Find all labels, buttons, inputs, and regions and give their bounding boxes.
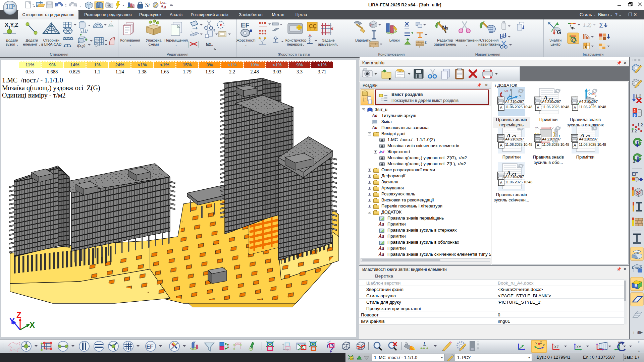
svg-text:Aa: Aa [160,4,166,9]
svg-text:L: L [423,341,426,347]
svg-text:A4 210x297: A4 210x297 [542,137,561,141]
svg-text:»: » [638,340,640,344]
svg-text:▮▶: ▮▶ [638,330,643,334]
svg-text:G: G [557,29,561,36]
svg-text:1.2): 1.2) [583,22,592,28]
svg-text:2: 2 [634,109,636,113]
svg-text:EF: EF [146,344,154,350]
svg-text:№: № [351,357,354,360]
svg-text:C: C [585,45,587,49]
svg-text:11.06.2025 10:48: 11.06.2025 10:48 [505,105,532,109]
svg-text:Y: Y [535,342,537,345]
svg-text:A4 210x297: A4 210x297 [505,100,524,104]
svg-text:Z: Z [16,310,21,319]
svg-text:Σ: Σ [599,21,603,29]
svg-text:XZ: XZ [554,345,559,349]
svg-text:11.06.2025 10:48: 11.06.2025 10:48 [505,142,532,146]
svg-text:Z: Z [540,341,542,344]
svg-text:A4 210x297: A4 210x297 [505,175,524,179]
svg-text:1: 1 [633,158,635,164]
svg-text:A4 210x297: A4 210x297 [505,137,524,141]
svg-text:2: 2 [314,27,316,31]
svg-text:11.06.2025 10:48: 11.06.2025 10:48 [505,180,532,184]
svg-text:XY: XY [576,345,581,349]
svg-text:»: » [638,350,640,353]
svg-text:f(x,y): f(x,y) [77,44,86,48]
svg-text:A4 210x297: A4 210x297 [579,137,598,141]
svg-text:X: X [543,344,545,347]
svg-text:1.2: 1.2 [635,94,641,99]
svg-text:z=: z= [77,40,82,44]
svg-text:X: X [30,320,35,329]
svg-text:1: 1 [309,27,311,31]
svg-text:6: 6 [634,113,636,117]
svg-text:Y: Y [9,316,15,325]
svg-text:1.2: 1.2 [637,123,643,127]
svg-text:A4 210x297: A4 210x297 [542,100,561,104]
svg-text:№: № [442,24,448,31]
svg-text:11.06.2025 10:48: 11.06.2025 10:48 [542,142,569,146]
svg-text:11.06.2025 10:48: 11.06.2025 10:48 [542,105,569,109]
svg-text:EF: EF [632,171,638,177]
svg-text:X,Y,Z: X,Y,Z [5,22,18,28]
svg-text:11.06.2025 10:48: 11.06.2025 10:48 [579,142,606,146]
svg-text:Si: Si [145,1,150,8]
svg-text:11.06.2025 10:48: 11.06.2025 10:48 [579,105,606,109]
svg-text:EF: EF [241,21,250,29]
svg-text:A4 210x297: A4 210x297 [579,100,598,104]
svg-text:£: £ [425,40,427,44]
svg-text:1,2..: 1,2.. [206,42,213,46]
